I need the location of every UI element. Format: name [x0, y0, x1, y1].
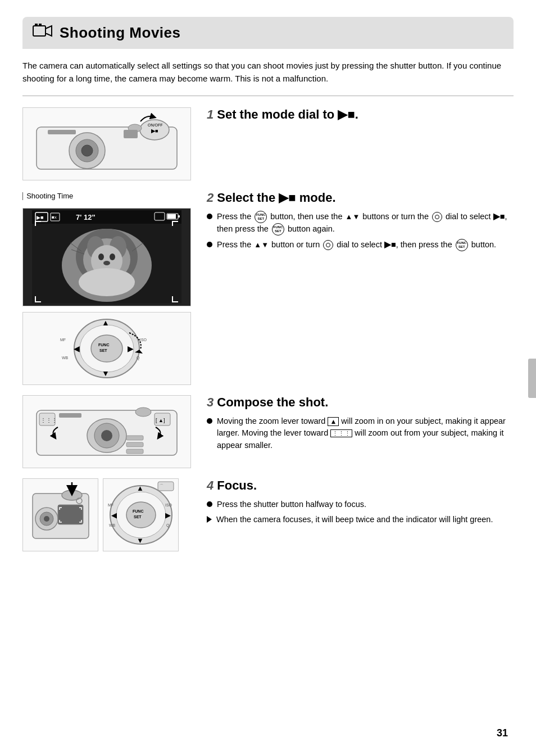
- step-1-content: 1 Set the mode dial to ▶■.: [191, 107, 514, 128]
- page: Shooting Movies The camera can automatic…: [0, 0, 536, 756]
- svg-rect-63: [126, 442, 143, 447]
- svg-text:⌒: ⌒: [160, 484, 163, 488]
- step-2-bullet-1-text: Press the FUNCSET button, then use the ▲…: [217, 211, 514, 236]
- step-4-image-func: ▲ ▼ ◀ ▶ FUNC SET MF ISO WB Q: [103, 478, 179, 551]
- svg-rect-62: [126, 436, 143, 440]
- tele-icon: ▲: [328, 417, 339, 426]
- movie-camera-icon: [33, 22, 53, 43]
- step-4-number: 4: [207, 478, 214, 493]
- step-4-bullet-2: When the camera focuses, it will beep tw…: [207, 514, 514, 526]
- svg-text:WB: WB: [109, 523, 116, 527]
- page-header: Shooting Movies: [22, 17, 514, 49]
- bullet-dot-icon-4: [207, 501, 212, 507]
- svg-rect-12: [48, 130, 76, 134]
- svg-text:FUNC: FUNC: [98, 343, 109, 347]
- step-4-bullet-1-text: Press the shutter button halfway to focu…: [217, 499, 366, 511]
- step-4-content: 4 Focus. Press the shutter button halfwa…: [191, 478, 514, 530]
- step-1-title: Set the mode dial to ▶■.: [217, 107, 358, 122]
- step-2-row: Shooting Time ▶■ ■x 7' 12": [22, 191, 514, 385]
- svg-text:MF: MF: [108, 503, 113, 507]
- step-3-bullets: Moving the zoom lever toward ▲ will zoom…: [207, 415, 514, 452]
- svg-point-60: [135, 408, 151, 417]
- step-1-images: ON/OFF ▶■: [22, 107, 191, 180]
- step-1-title-block: 1 Set the mode dial to ▶■.: [207, 107, 514, 122]
- step-2-title-block: 2 Select the ▶■ mode.: [207, 191, 514, 205]
- svg-point-33: [103, 261, 110, 265]
- svg-text:▶: ▶: [165, 511, 171, 519]
- svg-rect-3: [39, 24, 42, 26]
- svg-text:◀: ◀: [111, 511, 117, 519]
- svg-point-37: [79, 268, 135, 296]
- step-3-number: 3: [207, 395, 214, 410]
- step-3-images: ⋮⋮⋮ [ ▲]: [22, 395, 191, 468]
- step-3-bullet-1: Moving the zoom lever toward ▲ will zoom…: [207, 415, 514, 452]
- step-3-image: ⋮⋮⋮ [ ▲]: [22, 395, 191, 468]
- step-2-bullets: Press the FUNCSET button, then use the ▲…: [207, 211, 514, 252]
- svg-text:▶■: ▶■: [151, 128, 158, 134]
- bullet-dot-icon: [207, 214, 212, 219]
- svg-text:▶■: ▶■: [37, 215, 43, 220]
- svg-rect-23: [178, 215, 180, 218]
- svg-text:WB: WB: [62, 356, 69, 360]
- svg-rect-2: [35, 24, 38, 26]
- func-set-icon: FUNCSET: [255, 211, 267, 223]
- step-3-title: Compose the shot.: [217, 395, 328, 410]
- step-2-bullet-1: Press the FUNCSET button, then use the ▲…: [207, 211, 514, 236]
- step-2-content: 2 Select the ▶■ mode. Press the FUNCSET …: [191, 191, 514, 255]
- svg-point-59: [101, 430, 112, 441]
- svg-text:FUNC: FUNC: [133, 509, 143, 513]
- step-4-title-block: 4 Focus.: [207, 478, 514, 493]
- page-tab: [528, 359, 536, 398]
- bullet-dot-icon-2: [207, 242, 212, 247]
- bullet-dot-icon-3: [207, 418, 212, 424]
- page-title: Shooting Movies: [60, 24, 181, 42]
- svg-text:ISO: ISO: [140, 338, 147, 342]
- step-2-func-image: ▲ ▼ ◀ ▶ FUNC SET MF ISO WB Q: [22, 312, 191, 385]
- step-3-row: ⋮⋮⋮ [ ▲]: [22, 395, 514, 468]
- updown-icon-2: ▲▼: [254, 241, 269, 249]
- step-4-bullet-1: Press the shutter button halfway to focu…: [207, 499, 514, 511]
- svg-marker-1: [46, 26, 52, 36]
- svg-rect-64: [126, 449, 143, 454]
- func-set-icon-3: FUNCSET: [456, 239, 468, 251]
- step-4-images-row: ▲ ▼ ◀ ▶ FUNC SET MF ISO WB Q: [22, 478, 191, 551]
- step-3-bullet-1-text: Moving the zoom lever toward ▲ will zoom…: [217, 415, 514, 452]
- svg-rect-0: [33, 26, 46, 36]
- svg-rect-24: [167, 214, 176, 219]
- step-4-row: ▲ ▼ ◀ ▶ FUNC SET MF ISO WB Q: [22, 478, 514, 551]
- intro-text: The camera can automatically select all …: [22, 59, 514, 96]
- svg-text:SET: SET: [134, 515, 142, 519]
- step-4-title: Focus.: [217, 478, 257, 493]
- shooting-time-label: Shooting Time: [26, 192, 73, 200]
- svg-point-32: [110, 253, 115, 260]
- svg-rect-61: [59, 413, 81, 418]
- svg-text:[ ▲]: [ ▲]: [156, 418, 165, 423]
- svg-text:▶: ▶: [128, 344, 134, 353]
- svg-text:MF: MF: [60, 338, 66, 342]
- label-line: [22, 192, 23, 200]
- shooting-time-label-container: Shooting Time: [22, 191, 191, 200]
- step-4-bullets: Press the shutter button halfway to focu…: [207, 499, 514, 527]
- svg-text:ISO: ISO: [165, 503, 172, 507]
- svg-rect-13: [124, 130, 138, 138]
- step-2-number: 2: [207, 191, 214, 205]
- step-3-content: 3 Compose the shot. Moving the zoom leve…: [191, 395, 514, 455]
- page-number: 31: [497, 727, 508, 739]
- svg-point-66: [62, 490, 82, 500]
- dial-icon: [432, 212, 442, 222]
- step-4-image-shutter: [22, 478, 98, 551]
- svg-text:◀: ◀: [74, 344, 80, 353]
- svg-point-7: [81, 145, 93, 156]
- updown-icon: ▲▼: [346, 212, 360, 221]
- svg-point-31: [98, 253, 104, 260]
- step-1-image: ON/OFF ▶■: [22, 107, 191, 180]
- svg-text:▲: ▲: [102, 318, 110, 327]
- svg-text:SET: SET: [99, 348, 107, 352]
- svg-text:ON/OFF: ON/OFF: [148, 123, 162, 127]
- wide-icon: ⋮⋮⋮: [330, 429, 352, 437]
- dial-icon-2: [323, 240, 333, 250]
- svg-text:■x: ■x: [52, 215, 57, 220]
- svg-text:Q: Q: [166, 523, 170, 528]
- step-2-image-dog: ▶■ ■x 7' 12": [22, 208, 191, 306]
- movie-mode-icon: ▶■: [493, 212, 505, 221]
